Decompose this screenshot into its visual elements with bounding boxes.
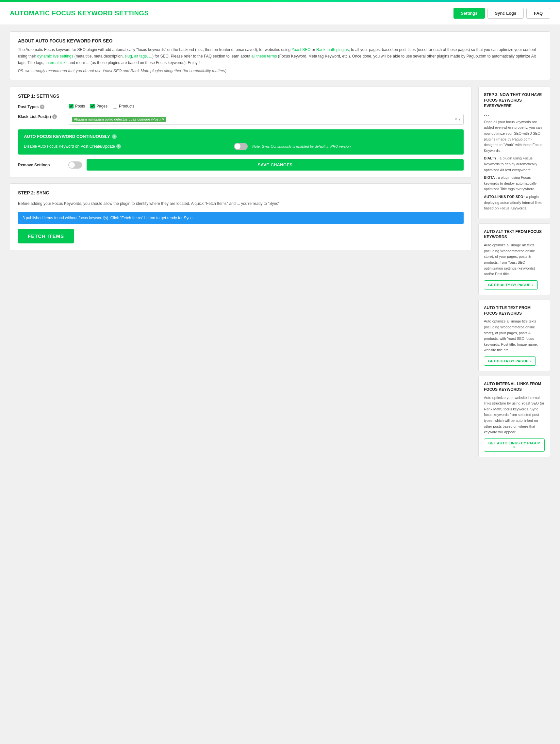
blacklist-row: Black List Post(s) ? Aliquam numquam por…: [18, 114, 463, 125]
step3-plugin-bigta: BIGTA : a plugin using Focus keywords to…: [484, 175, 545, 192]
faq-button[interactable]: FAQ: [526, 8, 550, 18]
toggle-note: Note: Sync Continuously is enabled by de…: [252, 144, 458, 148]
yoast-link[interactable]: Yoast SEO: [291, 47, 310, 52]
bialty-card-title: AUTO ALT TEXT FROM FOCUS KEYWORDS: [484, 229, 545, 240]
blacklist-help-icon[interactable]: ?: [52, 114, 57, 119]
bottom-row: Remove Settings SAVE CHANGES: [18, 159, 463, 171]
autolinks-card-title: AUTO INTERNAL LINKS FROM FOCUS KEYWORDS: [484, 381, 545, 393]
post-types-checkboxes: Posts Pages Products: [69, 104, 134, 109]
autolinks-card-description: Auto optimize your website internal link…: [484, 395, 545, 435]
tag-close-icon[interactable]: ×: [162, 117, 164, 121]
page-title: AUTOMATIC FOCUS KEYWORD SETTINGS: [10, 9, 149, 17]
internal-links-link[interactable]: Internal links: [45, 61, 67, 65]
step1-card: STEP 1: SETTINGS Post Types ? Posts: [10, 86, 472, 177]
green-panel-help-icon[interactable]: ?: [112, 134, 117, 139]
blacklist-select[interactable]: Aliquam numquam porro delectus quas cumq…: [69, 114, 463, 125]
bialty-card: AUTO ALT TEXT FROM FOCUS KEYWORDS Auto o…: [478, 223, 550, 295]
page-header: AUTOMATIC FOCUS KEYWORD SETTINGS Setting…: [0, 2, 560, 25]
products-checkbox[interactable]: [113, 104, 117, 109]
step2-description: Before adding your Focus Keywords, you s…: [18, 200, 463, 207]
toggle-help-icon[interactable]: ?: [116, 144, 121, 149]
settings-button[interactable]: Settings: [453, 8, 485, 18]
remove-label: Remove Settings: [18, 163, 64, 167]
posts-checkbox[interactable]: [69, 104, 74, 109]
autolinks-button[interactable]: GET AUTO LINKS BY PAGUP »: [484, 439, 545, 452]
bigta-button[interactable]: GET BIGTA BY PAGUP »: [484, 357, 536, 366]
about-paragraph: The Automatic Focus keyword for SEO plug…: [18, 47, 542, 66]
all-terms-link[interactable]: all these terms: [251, 54, 277, 59]
about-box: ABOUT AUTO FOCUS KEYWORD FOR SEO The Aut…: [10, 31, 550, 80]
pages-checkbox[interactable]: [90, 104, 95, 109]
post-types-label: Post Types ?: [18, 104, 64, 109]
step3-card: STEP 3: NOW THAT YOU HAVE FOCUS KEYWORDS…: [478, 86, 550, 219]
green-panel-row: Disable Auto Focus Keyword on Post Creat…: [24, 143, 458, 150]
sync-logs-button[interactable]: Sync Logs: [487, 8, 524, 18]
bialty-name: BIALTY: [484, 156, 497, 160]
step3-plugin-autolinks: AUTO-LINKS FOR SEO : a plugin deploying …: [484, 194, 545, 212]
bialty-button[interactable]: GET BIALTY BY PAGUP »: [484, 281, 538, 290]
green-panel-toggle-label: Disable Auto Focus Keyword on Post Creat…: [24, 144, 229, 149]
about-note: PS: we strongly recommend that you do no…: [18, 69, 542, 73]
bigta-card: AUTO TITLE TEXT FROM FOCUS KEYWORDS Auto…: [478, 300, 550, 371]
checkbox-pages[interactable]: Pages: [90, 104, 108, 109]
right-column: STEP 3: NOW THAT YOU HAVE FOCUS KEYWORDS…: [478, 86, 550, 457]
dynamic-settings-link[interactable]: dynamic live settings: [37, 54, 74, 59]
step3-dots: ...: [484, 111, 545, 117]
about-title: ABOUT AUTO FOCUS KEYWORD FOR SEO: [18, 38, 542, 43]
left-column: STEP 1: SETTINGS Post Types ? Posts: [10, 86, 472, 250]
dropdown-icon[interactable]: ▾: [459, 117, 461, 121]
post-types-row: Post Types ? Posts Pages: [18, 104, 463, 109]
green-panel: AUTO FOCUS KEYWORD CONTINUOUSLY ? Disabl…: [18, 129, 463, 154]
step3-plugin-bialty: BIALTY : a plugin using Focus Keywords t…: [484, 155, 545, 173]
clear-icon[interactable]: ✕: [454, 117, 457, 121]
checkbox-posts[interactable]: Posts: [69, 104, 85, 109]
save-changes-button[interactable]: SAVE CHANGES: [86, 159, 463, 171]
green-panel-title: AUTO FOCUS KEYWORD CONTINUOUSLY ?: [24, 134, 458, 139]
continuous-toggle[interactable]: [234, 143, 248, 150]
page-content: ABOUT AUTO FOCUS KEYWORD FOR SEO The Aut…: [0, 25, 560, 463]
bigta-card-title: AUTO TITLE TEXT FROM FOCUS KEYWORDS: [484, 305, 545, 316]
bialty-card-description: Auto optimize all image alt texts (inclu…: [484, 243, 545, 277]
post-types-help-icon[interactable]: ?: [40, 105, 44, 109]
blacklist-label: Black List Post(s) ?: [18, 114, 64, 119]
fetch-items-button[interactable]: FETCH ITEMS: [18, 229, 74, 244]
bigta-card-description: Auto optimize all image title texts (inc…: [484, 319, 545, 353]
blacklist-tags: Aliquam numquam porro delectus quas cumq…: [72, 117, 454, 122]
step2-title: STEP 2: SYNC: [18, 190, 463, 195]
step3-description: Once all your focus keywords are added e…: [484, 119, 545, 154]
remove-toggle[interactable]: [68, 161, 82, 169]
blacklist-tag: Aliquam numquam porro delectus quas cumq…: [72, 117, 166, 122]
checkbox-products[interactable]: Products: [113, 104, 134, 109]
info-banner: 3 published items found without focus ke…: [18, 212, 463, 224]
remove-toggle-knob: [69, 162, 75, 168]
step1-title: STEP 1: SETTINGS: [18, 94, 463, 99]
autolinks-name: AUTO-LINKS FOR SEO: [484, 195, 523, 199]
select-icons: ✕ ▾: [454, 117, 461, 121]
autolinks-card: AUTO INTERNAL LINKS FROM FOCUS KEYWORDS …: [478, 376, 550, 457]
bigta-name: BIGTA: [484, 176, 495, 179]
main-layout: STEP 1: SETTINGS Post Types ? Posts: [10, 86, 550, 457]
rankmath-link[interactable]: Rank math plugins: [316, 47, 348, 52]
toggle-knob: [234, 143, 240, 149]
header-buttons: Settings Sync Logs FAQ: [453, 8, 550, 18]
slug-link[interactable]: slug, alt tags, ...: [125, 54, 152, 59]
step3-title: STEP 3: NOW THAT YOU HAVE FOCUS KEYWORDS…: [484, 92, 545, 109]
step2-card: STEP 2: SYNC Before adding your Focus Ke…: [10, 183, 472, 250]
